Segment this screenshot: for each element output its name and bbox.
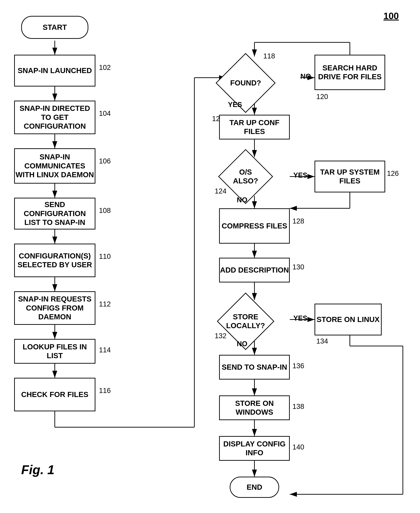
node-104: SNAP-IN DIRECTED TO GET CONFIGURATION	[14, 101, 95, 134]
os-yes-label: YES	[293, 171, 308, 179]
node-118: FOUND?	[216, 53, 276, 113]
node-134: STORE ON LINUX	[315, 304, 382, 335]
found-no-label: NO	[300, 72, 311, 80]
ref-118: 118	[263, 52, 275, 60]
ref-126: 126	[387, 169, 399, 177]
node-126: TAR UP SYSTEM FILES	[315, 161, 385, 192]
ref-138: 138	[292, 403, 304, 410]
node-118-container: FOUND?	[219, 57, 272, 110]
figure-label: Fig. 1	[21, 462, 54, 477]
node-110: CONFIGURATION(S) SELECTED BY USER	[14, 244, 95, 277]
node-102: SNAP-IN LAUNCHED	[14, 55, 95, 87]
ref-136: 136	[292, 362, 304, 370]
node-140: DISPLAY CONFIG INFO	[219, 436, 290, 461]
ref-120: 120	[316, 93, 328, 101]
ref-102: 102	[99, 64, 111, 72]
found-yes-label: YES	[228, 101, 242, 109]
ref-132: 132	[215, 332, 226, 340]
ref-124: 124	[215, 187, 226, 195]
node-122: TAR UP CONF FILES	[219, 115, 290, 139]
node-112: SNAP-IN REQUESTS CONFIGS FROM DAEMON	[14, 291, 95, 325]
ref-130: 130	[292, 263, 304, 271]
ref-110: 110	[99, 252, 111, 260]
store-yes-label: YES	[293, 314, 308, 322]
node-108: SEND CONFIGURATION LIST TO SNAP-IN	[14, 198, 95, 229]
start-node: START	[21, 16, 88, 39]
node-128: COMPRESS FILES	[219, 208, 290, 244]
ref-128: 128	[292, 217, 304, 225]
node-116: CHECK FOR FILES	[14, 378, 95, 411]
node-136: SEND TO SNAP-IN	[219, 355, 290, 380]
ref-114: 114	[99, 346, 111, 354]
ref-140: 140	[292, 443, 304, 451]
ref-104: 104	[99, 110, 111, 117]
node-132-container: STORE LOCALLY?	[219, 298, 272, 344]
ref-112: 112	[99, 300, 111, 308]
node-124: O/S ALSO?	[218, 149, 273, 204]
store-no-label: NO	[237, 340, 247, 348]
node-120: SEARCH HARD DRIVE FOR FILES	[315, 55, 385, 90]
ref-106: 106	[99, 157, 111, 165]
ref-108: 108	[99, 206, 111, 214]
node-124-container: O/S ALSO?	[219, 155, 272, 198]
os-no-label: NO	[237, 196, 247, 204]
node-106: SNAP-IN COMMUNICATES WITH LINUX DAEMON	[14, 148, 95, 183]
ref-134: 134	[316, 337, 328, 345]
figure-reference: 100	[383, 11, 399, 21]
node-138: STORE ON WINDOWS	[219, 396, 290, 420]
ref-116: 116	[99, 387, 111, 395]
end-node: END	[230, 477, 279, 498]
node-114: LOOKUP FILES IN LIST	[14, 339, 95, 364]
node-130: ADD DESCRIPTION	[219, 258, 290, 282]
